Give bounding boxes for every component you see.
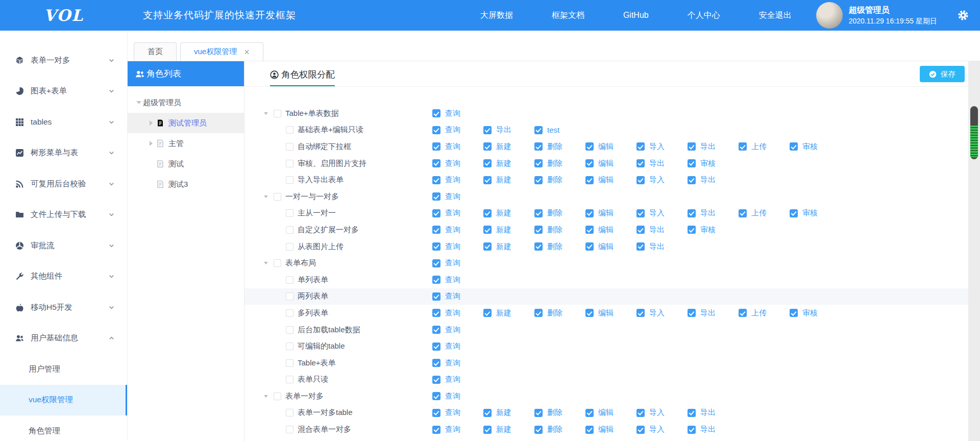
permission-checkbox-checked[interactable] <box>636 159 645 167</box>
permission-checkbox-checked[interactable] <box>688 309 696 317</box>
permission-checkbox-checked[interactable] <box>585 309 594 317</box>
nav-item-大屏数据[interactable]: 大屏数据 <box>461 0 532 31</box>
permission-checkbox-checked[interactable] <box>534 209 543 217</box>
row-checkbox[interactable] <box>286 426 293 433</box>
caret-open-icon[interactable] <box>135 99 143 107</box>
permission-checkbox-checked[interactable] <box>483 126 492 134</box>
role-tree-node[interactable]: 超级管理员 <box>128 92 244 113</box>
permission-checkbox-checked[interactable] <box>585 426 594 434</box>
permission-checkbox-checked[interactable] <box>534 142 543 151</box>
permission-checkbox-checked[interactable] <box>688 159 696 167</box>
row-checkbox[interactable] <box>286 126 293 134</box>
row-checkbox[interactable] <box>286 292 293 300</box>
permission-checkbox-checked[interactable] <box>585 209 594 217</box>
sidebar-item[interactable]: 图表+表单 <box>0 76 127 107</box>
permission-checkbox-checked[interactable] <box>432 309 440 317</box>
permission-checkbox-checked[interactable] <box>790 209 798 217</box>
sidebar-item[interactable]: 表单一对多 <box>0 45 127 76</box>
permission-checkbox-checked[interactable] <box>432 342 440 351</box>
permission-checkbox-checked[interactable] <box>688 226 696 234</box>
permission-checkbox-checked[interactable] <box>483 309 492 317</box>
permission-checkbox-checked[interactable] <box>483 159 492 167</box>
permission-checkbox-checked[interactable] <box>585 226 594 234</box>
nav-item-GitHub[interactable]: GitHub <box>604 0 668 31</box>
row-checkbox[interactable] <box>274 259 281 267</box>
permission-checkbox-checked[interactable] <box>585 176 594 184</box>
permission-checkbox-checked[interactable] <box>432 142 440 151</box>
permission-checkbox-checked[interactable] <box>585 159 594 167</box>
sidebar-item[interactable]: tables <box>0 107 127 138</box>
permission-checkbox-checked[interactable] <box>790 309 798 317</box>
close-icon[interactable]: × <box>244 47 250 57</box>
avatar[interactable] <box>816 2 843 29</box>
permission-checkbox-checked[interactable] <box>636 242 645 251</box>
row-checkbox[interactable] <box>274 393 281 400</box>
permission-checkbox-checked[interactable] <box>483 176 492 184</box>
permission-checkbox-checked[interactable] <box>534 159 543 167</box>
permission-checkbox-checked[interactable] <box>432 159 440 167</box>
permission-checkbox-checked[interactable] <box>432 192 440 201</box>
row-checkbox[interactable] <box>274 110 281 117</box>
permission-checkbox-checked[interactable] <box>534 309 543 317</box>
permission-checkbox-checked[interactable] <box>483 209 492 217</box>
permission-checkbox-checked[interactable] <box>739 209 747 217</box>
permission-checkbox-checked[interactable] <box>432 259 440 267</box>
permission-checkbox-checked[interactable] <box>636 209 645 217</box>
sidebar-item[interactable]: 用户基础信息 <box>0 323 127 354</box>
save-button[interactable]: 保存 <box>920 66 965 82</box>
role-tree-node[interactable]: 主管 <box>128 133 244 154</box>
permission-checkbox-checked[interactable] <box>688 142 696 151</box>
tab-vue权限管理[interactable]: vue权限管理× <box>180 42 263 61</box>
permission-checkbox-checked[interactable] <box>483 409 492 417</box>
permission-checkbox-checked[interactable] <box>432 359 440 367</box>
permission-checkbox-checked[interactable] <box>534 176 543 184</box>
permission-checkbox-checked[interactable] <box>636 142 645 151</box>
permission-checkbox-checked[interactable] <box>739 309 747 317</box>
scrollbar-track[interactable] <box>968 61 980 441</box>
permission-checkbox-checked[interactable] <box>688 409 696 417</box>
row-checkbox[interactable] <box>286 160 293 167</box>
permission-checkbox-checked[interactable] <box>534 126 543 134</box>
tree-expander-icon[interactable] <box>264 110 271 117</box>
permission-checkbox-checked[interactable] <box>688 176 696 184</box>
row-checkbox[interactable] <box>286 276 293 284</box>
caret-closed-icon[interactable] <box>147 141 155 146</box>
permission-checkbox-checked[interactable] <box>432 176 440 184</box>
sidebar-item[interactable]: 树形菜单与表 <box>0 138 127 169</box>
sidebar-subitem[interactable]: 用户管理 <box>0 354 127 385</box>
row-checkbox[interactable] <box>286 376 293 383</box>
row-checkbox[interactable] <box>286 209 293 217</box>
permission-checkbox-checked[interactable] <box>432 376 440 384</box>
row-checkbox[interactable] <box>286 143 293 151</box>
row-checkbox[interactable] <box>286 176 293 184</box>
permission-checkbox-checked[interactable] <box>483 242 492 251</box>
permission-checkbox-checked[interactable] <box>432 209 440 217</box>
permission-checkbox-checked[interactable] <box>636 309 645 317</box>
permission-checkbox-checked[interactable] <box>636 426 645 434</box>
permission-checkbox-checked[interactable] <box>636 226 645 234</box>
row-checkbox[interactable] <box>274 193 281 201</box>
sidebar-item[interactable]: 移动H5开发 <box>0 292 127 323</box>
row-checkbox[interactable] <box>286 409 293 416</box>
sidebar-item[interactable]: 其他组件 <box>0 261 127 292</box>
permission-checkbox-checked[interactable] <box>432 426 440 434</box>
permission-checkbox-checked[interactable] <box>585 142 594 151</box>
permission-checkbox-checked[interactable] <box>432 126 440 134</box>
sidebar-item[interactable]: 审批流 <box>0 230 127 261</box>
permission-checkbox-checked[interactable] <box>534 226 543 234</box>
permission-checkbox-checked[interactable] <box>432 242 440 251</box>
tree-expander-icon[interactable] <box>264 260 271 266</box>
nav-item-个人中心[interactable]: 个人中心 <box>668 0 740 31</box>
tree-expander-icon[interactable] <box>264 193 271 200</box>
nav-item-框架文档[interactable]: 框架文档 <box>532 0 604 31</box>
row-checkbox[interactable] <box>286 359 293 367</box>
row-checkbox[interactable] <box>286 226 293 234</box>
permission-checkbox-checked[interactable] <box>432 409 440 417</box>
permission-checkbox-checked[interactable] <box>585 409 594 417</box>
permission-checkbox-checked[interactable] <box>432 392 440 400</box>
role-tree-node[interactable]: 测试 <box>128 154 244 174</box>
permission-checkbox-checked[interactable] <box>534 409 543 417</box>
permission-checkbox-checked[interactable] <box>483 226 492 234</box>
row-checkbox[interactable] <box>286 326 293 334</box>
sidebar-subitem[interactable]: 角色管理 <box>0 415 127 441</box>
